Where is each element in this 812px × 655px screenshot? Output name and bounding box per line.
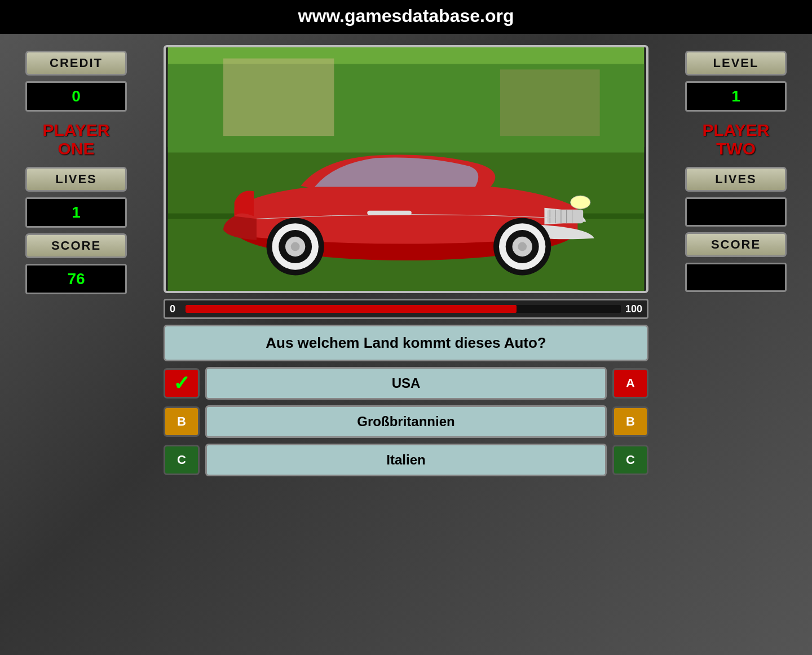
lives-value-p1: 1 <box>25 197 127 228</box>
svg-point-24 <box>291 242 300 251</box>
answer-text-b[interactable]: Großbritannien <box>205 405 607 438</box>
question-box: Aus welchem Land kommt dieses Auto? <box>164 325 648 361</box>
score-label-p2: SCORE <box>685 232 787 257</box>
center-panel: 0 100 Aus welchem Land kommt dieses Auto… <box>150 45 662 476</box>
main-container: CREDIT 0 PLAYER ONE LIVES 1 SCORE 76 <box>0 34 812 655</box>
progress-min: 0 <box>170 303 181 315</box>
svg-point-19 <box>518 242 527 251</box>
progress-track <box>186 305 621 313</box>
checkmark-a[interactable]: ✓ <box>164 368 200 399</box>
answer-btn-a-right[interactable]: A <box>612 368 648 399</box>
answer-btn-b-left[interactable]: B <box>164 406 200 437</box>
right-panel: LEVEL 1 PLAYER TWO LIVES SCORE <box>671 45 801 292</box>
lives-label-p2: LIVES <box>685 167 787 192</box>
credit-value: 0 <box>25 81 127 112</box>
score-label-p1: SCORE <box>25 233 127 258</box>
lives-label-p1: LIVES <box>25 167 127 192</box>
svg-rect-4 <box>500 69 600 136</box>
score-value-p2 <box>685 263 787 292</box>
answer-text-a[interactable]: USA <box>205 367 607 400</box>
left-panel: CREDIT 0 PLAYER ONE LIVES 1 SCORE 76 <box>11 45 141 294</box>
watermark-text: www.gamesdatabase.org <box>298 6 514 26</box>
score-value-p1: 76 <box>25 264 127 294</box>
svg-point-14 <box>571 196 590 209</box>
checkmark-icon: ✓ <box>173 371 190 395</box>
credit-label: CREDIT <box>25 51 127 76</box>
car-image-container <box>164 45 648 293</box>
watermark-bar: www.gamesdatabase.org <box>0 0 812 32</box>
answer-btn-c-right[interactable]: C <box>612 445 648 475</box>
answer-btn-b-right[interactable]: B <box>612 406 648 437</box>
answer-row-b: B Großbritannien B <box>164 405 648 438</box>
player-one-label: PLAYER ONE <box>43 121 110 158</box>
svg-rect-8 <box>547 210 583 224</box>
lives-value-p2 <box>685 197 787 227</box>
level-value: 1 <box>685 81 787 112</box>
svg-rect-25 <box>367 211 412 215</box>
level-label: LEVEL <box>685 51 787 76</box>
progress-max: 100 <box>625 303 642 315</box>
progress-fill <box>186 305 517 313</box>
car-image-svg <box>166 47 646 291</box>
answer-text-c[interactable]: Italien <box>205 444 607 476</box>
answer-btn-c-left[interactable]: C <box>164 445 200 475</box>
answer-row-a: ✓ USA A <box>164 367 648 400</box>
player-two-label: PLAYER TWO <box>703 121 770 158</box>
progress-bar-container: 0 100 <box>164 299 648 319</box>
answer-row-c: C Italien C <box>164 444 648 476</box>
svg-rect-3 <box>223 59 334 136</box>
